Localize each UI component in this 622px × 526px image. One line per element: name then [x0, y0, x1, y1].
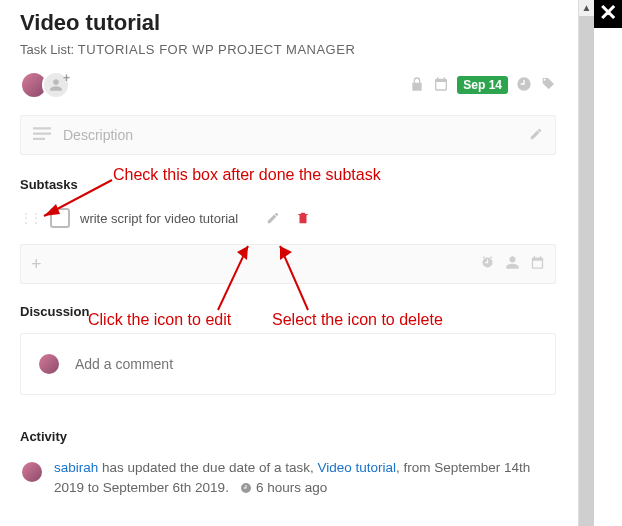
scrollbar[interactable]: ▲	[578, 0, 594, 526]
paragraph-icon	[33, 127, 51, 144]
activity-ago: 6 hours ago	[256, 480, 327, 495]
activity-task-link[interactable]: Video tutorial	[317, 460, 396, 475]
description-placeholder: Description	[63, 127, 133, 143]
subtask-actions	[266, 211, 310, 225]
new-subtask-row: +	[20, 244, 556, 284]
scroll-up-icon[interactable]: ▲	[579, 0, 594, 16]
clock-icon	[240, 479, 252, 499]
plus-icon: +	[63, 71, 70, 85]
activity-user-link[interactable]: sabirah	[54, 460, 98, 475]
calendar-icon[interactable]	[433, 76, 449, 95]
new-subtask-input[interactable]	[50, 256, 480, 272]
tag-icon[interactable]	[540, 76, 556, 95]
task-title: Video tutorial	[20, 10, 556, 36]
user-icon[interactable]	[505, 255, 520, 273]
edit-icon[interactable]	[266, 211, 280, 225]
trash-icon[interactable]	[296, 211, 310, 225]
svg-rect-2	[33, 137, 45, 139]
drag-handle-icon[interactable]: ⋮⋮	[20, 211, 40, 225]
tasklist-label: Task List:	[20, 42, 74, 57]
avatar	[20, 460, 44, 484]
calendar-icon[interactable]	[530, 255, 545, 273]
avatar	[37, 352, 61, 376]
tasklist-name: TUTORIALS FOR WP PROJECT MANAGER	[78, 42, 355, 57]
comment-input[interactable]	[75, 356, 539, 372]
task-meta: Sep 14	[409, 76, 556, 95]
svg-rect-0	[33, 127, 51, 129]
task-panel: Video tutorial Task List: TUTORIALS FOR …	[0, 0, 576, 526]
breadcrumb: Task List: TUTORIALS FOR WP PROJECT MANA…	[20, 42, 556, 57]
due-date-badge[interactable]: Sep 14	[457, 76, 508, 94]
subtasks-heading: Subtasks	[20, 177, 556, 192]
description-field[interactable]: Description	[20, 115, 556, 155]
close-bar: ▲ ✕	[576, 0, 622, 526]
add-assignee-button[interactable]: +	[42, 71, 70, 99]
header-row: + Sep 14	[20, 71, 556, 99]
activity-section: Activity sabirah has updated the due dat…	[20, 429, 556, 499]
subtask-row: ⋮⋮ write script for video tutorial	[20, 208, 556, 228]
discussion-heading: Discussion	[20, 304, 556, 319]
comment-box	[20, 333, 556, 395]
clock-icon[interactable]	[516, 76, 532, 95]
activity-heading: Activity	[20, 429, 556, 444]
plus-icon: +	[31, 254, 42, 275]
lock-icon[interactable]	[409, 76, 425, 95]
scroll-track[interactable]	[579, 16, 594, 526]
activity-text: sabirah has updated the due date of a ta…	[54, 458, 556, 499]
alarm-icon[interactable]	[480, 255, 495, 273]
svg-rect-1	[33, 132, 51, 134]
assignees: +	[20, 71, 70, 99]
pencil-icon	[529, 127, 543, 144]
subtask-checkbox[interactable]	[50, 208, 70, 228]
subtask-text: write script for video tutorial	[80, 211, 238, 226]
close-button[interactable]: ✕	[594, 0, 622, 28]
activity-row: sabirah has updated the due date of a ta…	[20, 458, 556, 499]
